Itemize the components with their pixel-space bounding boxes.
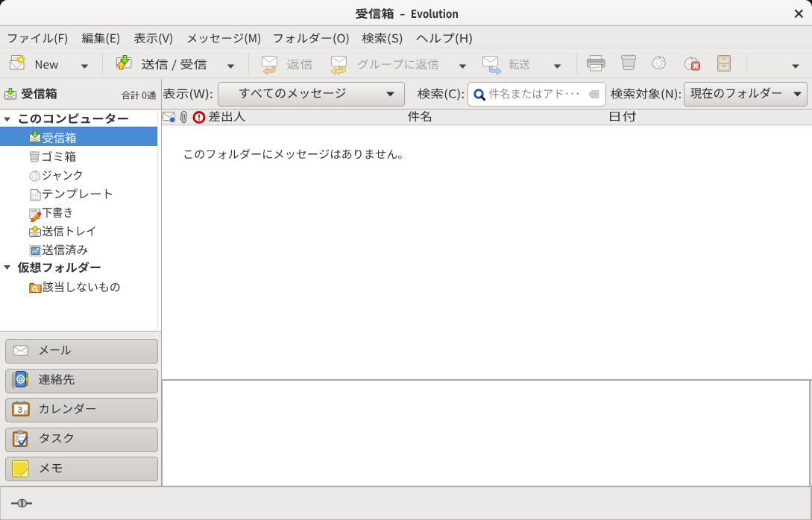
svg-text:3: 3 bbox=[18, 405, 22, 414]
